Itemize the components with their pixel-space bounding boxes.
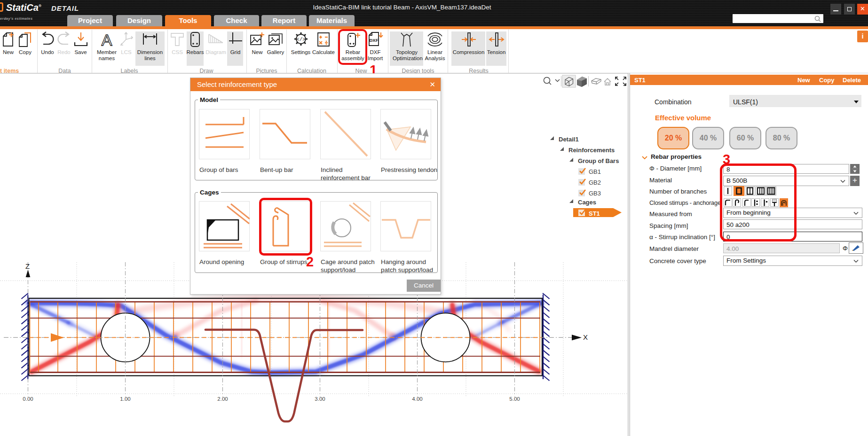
svg-text:3.00: 3.00 [315, 396, 325, 402]
svg-text:2.00: 2.00 [217, 396, 228, 402]
svg-text:5.00: 5.00 [509, 396, 520, 402]
svg-text:X: X [583, 333, 588, 341]
svg-text:1.00: 1.00 [120, 396, 130, 402]
svg-text:DXF: DXF [370, 38, 379, 43]
svg-text:4.00: 4.00 [412, 396, 422, 402]
svg-text:Z: Z [25, 262, 30, 270]
svg-text:A: A [102, 31, 112, 48]
svg-text:0.00: 0.00 [23, 396, 33, 402]
svg-text:</>: </> [296, 37, 306, 42]
